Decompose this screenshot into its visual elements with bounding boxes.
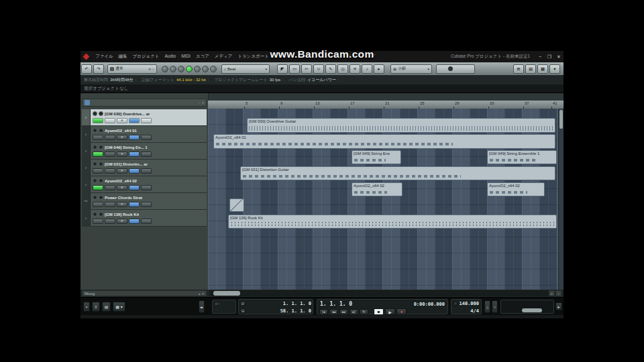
timeline-event[interactable]: [GM 049] String Ens [352, 150, 401, 164]
sync-button[interactable]: ≈ [492, 300, 498, 313]
track-row[interactable]: ♪ AyumiO2_x64 01 e [82, 126, 207, 143]
track-mute-button[interactable] [93, 111, 97, 116]
edit-channel-button[interactable]: e [117, 152, 127, 157]
timeline-event[interactable]: AyumiO2_x64 01 [213, 134, 555, 149]
transport-nav-button[interactable]: ◂◂ [329, 309, 338, 315]
track-preset-bar[interactable]: Moog ▴ ▾ [82, 290, 207, 296]
event-display[interactable]: 591317212529333741 [GM 030] Overdrive Gu… [208, 101, 564, 290]
track-row[interactable]: ♪ [GM 031] Distortio... ar e [82, 160, 207, 176]
menu-item[interactable]: MIDI [178, 54, 193, 60]
grid-slider[interactable] [436, 64, 475, 74]
record-arm-button[interactable] [93, 202, 103, 207]
record-arm-button[interactable] [93, 135, 103, 140]
record-arm-button[interactable] [93, 219, 103, 224]
vertical-scrollbar[interactable] [558, 109, 564, 290]
monitor-button[interactable] [105, 202, 115, 207]
track-mute-button[interactable] [93, 195, 97, 200]
menu-item[interactable]: Audio [162, 54, 179, 60]
menu-item[interactable]: 編集 [116, 54, 130, 60]
tempo-mode-button[interactable] [453, 302, 458, 306]
monitor-button[interactable] [105, 168, 115, 174]
transport-nav-button[interactable]: ↻ [360, 309, 368, 315]
track-solo-button[interactable] [99, 128, 103, 133]
toolbar-transport-mini-button[interactable] [210, 66, 217, 72]
window-layout-icon[interactable]: ▤ [525, 64, 536, 74]
edit-channel-button[interactable]: e [117, 185, 127, 190]
transport-main-button[interactable]: ▶ [385, 308, 395, 315]
monitor-button[interactable] [105, 185, 115, 190]
window-layout-icon[interactable]: ▾ [549, 64, 560, 74]
tool-button[interactable]: ▸ [374, 64, 384, 74]
grid-type-combo[interactable]: ♪ Beat▾ [221, 64, 270, 74]
metronome-button[interactable]: △ [484, 300, 490, 313]
track-row[interactable]: ♪ [GM 136] Rock Kit e [82, 210, 207, 227]
inserts-button[interactable] [141, 152, 152, 157]
song-position-value[interactable]: 1. 1. 1. 0 [320, 301, 352, 307]
transport-left-button[interactable]: ▤ [102, 302, 111, 312]
prepost-panel[interactable]: ≣ • · · [212, 300, 236, 314]
preset-up-icon[interactable]: ▴ [199, 292, 201, 296]
tool-button[interactable]: ◎ [337, 64, 348, 74]
output-routing-button[interactable] [129, 135, 140, 140]
toolbar-transport-mini-button[interactable] [162, 66, 168, 72]
track-solo-button[interactable] [99, 162, 103, 166]
record-arm-button[interactable] [93, 185, 103, 190]
tool-button[interactable]: ✎ [325, 64, 336, 74]
track-row[interactable]: ♪ [GM 049] String En... 1 e [82, 143, 207, 160]
track-list-header[interactable]: − ▾ [82, 99, 207, 107]
toolbar-transport-mini-button[interactable] [170, 66, 176, 72]
toolbar-transport-mini-button[interactable] [194, 66, 201, 72]
transport-left-button[interactable]: ▦ ▾ [113, 302, 125, 312]
transport-nav-button[interactable]: ▸| [350, 309, 358, 315]
inserts-button[interactable] [141, 202, 152, 207]
inserts-button[interactable] [141, 219, 152, 224]
transport-nav-button[interactable]: ▸▸ [339, 309, 348, 315]
tool-button[interactable]: ◤ [277, 64, 288, 74]
menu-item[interactable]: メディア [212, 54, 235, 60]
vertical-scrollbar-thumb[interactable] [559, 110, 563, 129]
edit-channel-button[interactable]: e [117, 118, 127, 123]
workspace-combo[interactable]: 通常▾ ◌ [107, 64, 157, 74]
output-routing-button[interactable] [129, 152, 140, 157]
track-solo-button[interactable] [99, 111, 103, 116]
output-routing-button[interactable] [129, 202, 140, 207]
edit-channel-button[interactable]: e [117, 219, 127, 224]
zoom-out-button[interactable]: − [555, 290, 561, 296]
track-solo-button[interactable] [99, 212, 103, 217]
transport-nav-button[interactable]: |◂ [319, 309, 328, 315]
monitor-button[interactable] [105, 152, 115, 157]
track-solo-button[interactable] [99, 178, 103, 183]
horizontal-scrollbar-thumb[interactable] [213, 291, 240, 296]
timeline-event[interactable]: [GM 049] String Ensemble 1 [487, 150, 557, 164]
right-locator-value[interactable]: 58. 1. 1. 0 [280, 308, 311, 314]
inserts-button[interactable] [141, 118, 152, 123]
time-display-value[interactable]: 0:00:00.000 [414, 302, 445, 307]
toolbar-transport-mini-button[interactable] [186, 66, 193, 72]
window-control-button[interactable]: ✕ [554, 52, 564, 61]
toolbar-transport-mini-button[interactable] [178, 66, 184, 72]
undo-button[interactable]: ↶ [81, 64, 92, 74]
track-row[interactable]: ♪ [GM 030] Overdrive... ar e [82, 109, 207, 126]
track-solo-button[interactable] [99, 145, 103, 149]
transport-main-button[interactable]: ■ [374, 308, 384, 315]
redo-button[interactable]: ↷ [93, 64, 104, 74]
time-signature-value[interactable]: 4/4 [470, 308, 479, 314]
track-row[interactable]: ♪ AyumiO2_x64 02 e [82, 176, 207, 193]
timeline-event[interactable]: AyumiO2_x64 02 [487, 182, 545, 196]
tool-button[interactable]: ∪ [313, 64, 324, 74]
divider-handle[interactable]: ◂▸ [199, 300, 205, 313]
transport-zoom-thumb[interactable] [522, 308, 542, 312]
monitor-button[interactable] [105, 219, 115, 224]
transport-left-button[interactable]: ≡ [92, 302, 100, 312]
horizontal-scrollbar[interactable] [209, 290, 554, 296]
left-locator-value[interactable]: 1. 1. 1. 0 [283, 301, 311, 306]
inserts-button[interactable] [141, 185, 152, 190]
menu-item[interactable]: プロジェクト [130, 54, 162, 60]
track-mute-button[interactable] [93, 212, 97, 217]
output-routing-button[interactable] [129, 168, 140, 174]
goto-right-locator-button[interactable]: ¬ [240, 308, 246, 314]
timeline-event[interactable] [229, 198, 244, 212]
track-mute-button[interactable] [93, 162, 97, 166]
timeline-event[interactable]: [GM 030] Overdrive Guitar [247, 118, 555, 133]
tool-button[interactable]: ✂ [301, 64, 312, 74]
